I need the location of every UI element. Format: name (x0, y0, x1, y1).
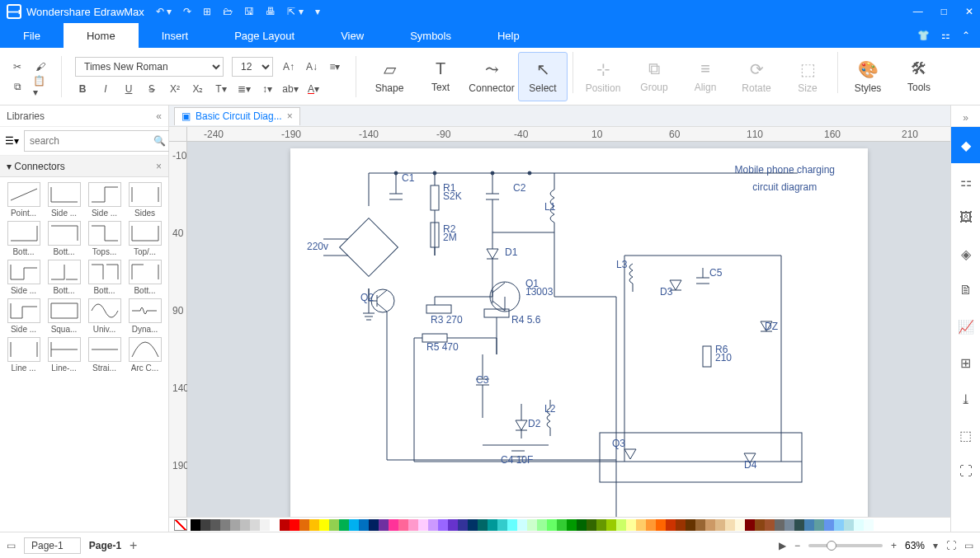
zoom-menu-icon[interactable]: ▾ (933, 540, 938, 551)
page-tab[interactable]: Page-1 (89, 540, 121, 551)
shape-item[interactable]: Bott... (126, 260, 163, 295)
menu-file[interactable]: File (0, 23, 64, 48)
shape-item[interactable]: Bott... (45, 221, 82, 256)
color-swatch[interactable] (497, 519, 507, 531)
color-swatch[interactable] (438, 519, 448, 531)
search-icon[interactable]: 🔍 (153, 135, 166, 147)
color-swatch[interactable] (834, 519, 844, 531)
color-swatch[interactable] (666, 519, 676, 531)
image-icon[interactable]: 🖼 (951, 199, 981, 236)
shape-item[interactable]: Line-... (45, 337, 82, 373)
pages-icon[interactable]: ▭ (7, 540, 16, 551)
cut-icon[interactable]: ✂ (10, 59, 25, 74)
color-swatch[interactable] (735, 519, 745, 531)
color-swatch[interactable] (290, 519, 299, 531)
tab-basic-circuit[interactable]: ▣ Basic Circuit Diag... × (174, 107, 300, 125)
color-swatch[interactable] (379, 519, 389, 531)
align-icon[interactable]: ≡▾ (327, 59, 342, 74)
color-swatch[interactable] (537, 519, 547, 531)
strike-icon[interactable]: S̶ (144, 82, 159, 96)
ribbon-styles-button[interactable]: 🎨Styles (843, 52, 893, 101)
color-swatch[interactable] (359, 519, 369, 531)
shape-item[interactable]: Line ... (5, 337, 42, 373)
shape-item[interactable]: Side ... (86, 182, 123, 218)
shape-item[interactable]: Bott... (5, 221, 42, 256)
chart-icon[interactable]: 📈 (951, 308, 981, 345)
menu-insert[interactable]: Insert (139, 23, 212, 48)
collapse-ribbon-icon[interactable]: ⌃ (962, 30, 970, 41)
shape-item[interactable]: Univ... (86, 298, 123, 334)
color-swatch[interactable] (517, 519, 527, 531)
case-icon[interactable]: T▾ (214, 82, 229, 96)
layers-icon[interactable]: ◈ (951, 236, 981, 272)
color-swatch[interactable] (418, 519, 428, 531)
tshirt-icon[interactable]: 👕 (917, 30, 930, 41)
color-swatch[interactable] (824, 519, 834, 531)
color-swatch[interactable] (854, 519, 864, 531)
fullscreen-icon[interactable]: ⛶ (951, 453, 981, 490)
close-icon[interactable]: ✕ (965, 6, 973, 17)
italic-icon[interactable]: I (98, 82, 113, 96)
fit-page-icon[interactable]: ⛶ (946, 540, 956, 551)
ribbon-select-button[interactable]: ↖Select (518, 52, 568, 101)
font-color-icon[interactable]: A▾ (306, 82, 321, 96)
shape-item[interactable]: Side ... (45, 182, 82, 218)
color-swatch[interactable] (745, 519, 755, 531)
color-swatch[interactable] (398, 519, 408, 531)
color-swatch[interactable] (695, 519, 705, 531)
color-swatch[interactable] (577, 519, 587, 531)
color-swatch[interactable] (349, 519, 359, 531)
color-swatch[interactable] (220, 519, 230, 531)
superscript-icon[interactable]: X² (167, 82, 182, 96)
color-swatch[interactable] (270, 519, 280, 531)
color-swatch[interactable] (656, 519, 666, 531)
apps-icon[interactable]: ⚏ (941, 30, 950, 41)
canvas[interactable]: Mobile phone chargingcircuit diagram (187, 142, 950, 517)
color-swatch[interactable] (329, 519, 339, 531)
color-swatch[interactable] (488, 519, 497, 531)
copy-icon[interactable]: ⧉ (10, 79, 25, 94)
ribbon-tools-button[interactable]: 🛠Tools (894, 52, 944, 101)
color-swatch[interactable] (468, 519, 478, 531)
expand-cat-icon[interactable]: ▾ (7, 161, 12, 172)
color-swatch[interactable] (339, 519, 349, 531)
clear-format-icon[interactable]: ab▾ (283, 82, 298, 96)
no-color-swatch[interactable] (174, 519, 187, 531)
export2-icon[interactable]: ⤓ (951, 381, 981, 417)
color-swatch[interactable] (715, 519, 725, 531)
expand-right-icon[interactable]: » (951, 109, 981, 127)
shape-item[interactable]: Sides (126, 182, 163, 218)
shape-item[interactable]: Bott... (86, 260, 123, 295)
shape-item[interactable]: Side ... (5, 260, 42, 295)
font-name-select[interactable]: Times New Roman (75, 57, 224, 77)
color-swatch[interactable] (557, 519, 567, 531)
color-swatch[interactable] (844, 519, 854, 531)
color-swatch[interactable] (369, 519, 379, 531)
color-swatch[interactable] (626, 519, 636, 531)
collapse-lib-icon[interactable]: « (156, 110, 162, 122)
color-swatch[interactable] (408, 519, 418, 531)
export-icon[interactable]: ⇱ ▾ (287, 6, 303, 17)
color-swatch[interactable] (428, 519, 438, 531)
color-swatch[interactable] (299, 519, 309, 531)
close-tab-icon[interactable]: × (287, 110, 293, 122)
color-swatch[interactable] (587, 519, 596, 531)
color-swatch[interactable] (804, 519, 814, 531)
color-swatch[interactable] (280, 519, 290, 531)
zoom-in-icon[interactable]: + (891, 540, 897, 551)
color-swatch[interactable] (646, 519, 656, 531)
print-icon[interactable]: 🖶 (266, 6, 276, 17)
shape-item[interactable]: Strai... (86, 337, 123, 373)
color-swatch[interactable] (309, 519, 319, 531)
color-swatch[interactable] (755, 519, 765, 531)
undo-icon[interactable]: ↶ ▾ (156, 6, 172, 17)
save-icon[interactable]: 🖫 (244, 6, 254, 17)
color-swatch[interactable] (191, 519, 200, 531)
bullets-icon[interactable]: ≣▾ (237, 82, 252, 96)
paste-icon[interactable]: 📋▾ (33, 79, 48, 94)
table-icon[interactable]: ⊞ (951, 345, 981, 381)
font-size-select[interactable]: 12 (232, 57, 273, 77)
shape-item[interactable]: Bott... (45, 260, 82, 295)
color-swatch[interactable] (478, 519, 488, 531)
menu-help[interactable]: Help (474, 23, 543, 48)
